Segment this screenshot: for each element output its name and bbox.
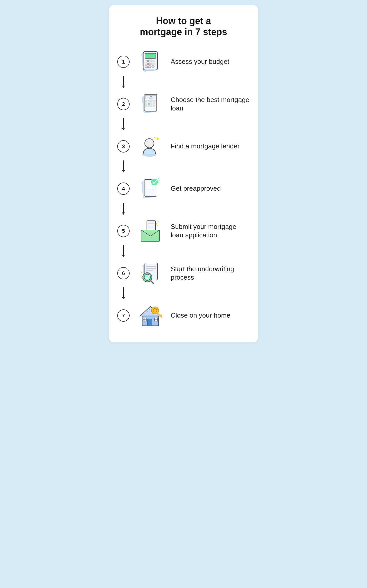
svg-rect-22	[153, 101, 155, 103]
connector-left-1	[117, 76, 130, 88]
main-card: How to get a mortgage in 7 steps 1	[109, 5, 258, 342]
svg-rect-3	[145, 60, 148, 62]
step-row-4: 4	[117, 175, 250, 203]
svg-rect-5	[152, 60, 154, 62]
svg-line-63	[141, 272, 142, 273]
connector-6-7	[117, 287, 250, 301]
svg-point-33	[145, 139, 154, 148]
step-icon-magnify	[136, 260, 165, 286]
steps-container: 1	[117, 48, 250, 330]
connector-2-3	[117, 118, 250, 132]
svg-point-53	[157, 225, 158, 226]
svg-rect-2	[145, 53, 156, 58]
connector-left-3	[117, 160, 130, 173]
step-number-6: 6	[117, 267, 130, 279]
step-number-5: 5	[117, 225, 130, 237]
svg-rect-19	[145, 101, 147, 103]
connector-5-6	[117, 245, 250, 259]
svg-text:Years: Years	[149, 98, 152, 99]
svg-line-45	[159, 180, 160, 180]
svg-rect-9	[145, 66, 148, 68]
step-number-7: 7	[117, 309, 130, 322]
step-left-7: 7	[117, 309, 130, 322]
svg-rect-11	[152, 66, 154, 68]
step-label-2: Choose the best mortgage loan	[171, 96, 250, 113]
step-label-5: Submit your mortgage loan application	[171, 222, 250, 240]
step-label-3: Find a mortgage lender	[171, 142, 250, 151]
step-left-1: 1	[117, 56, 130, 68]
svg-rect-20	[148, 101, 150, 103]
step-number-2: 2	[117, 98, 130, 110]
svg-point-52	[158, 221, 159, 222]
svg-rect-7	[148, 63, 151, 65]
svg-text:✦: ✦	[153, 136, 156, 139]
step-left-6: 6	[117, 267, 130, 279]
step-label-7: Close on your home	[171, 311, 250, 320]
step-left-5: 5	[117, 225, 130, 237]
step-left-2: 2	[117, 98, 130, 110]
step-icon-house	[136, 303, 165, 328]
connector-1-2	[117, 76, 250, 90]
svg-text:✦: ✦	[156, 136, 160, 142]
step-icon-envelope	[136, 218, 165, 244]
svg-line-44	[158, 178, 159, 179]
step-number-3: 3	[117, 140, 130, 153]
connector-left-5	[117, 245, 130, 257]
step-row-7: 7	[117, 301, 250, 330]
connector-3-4	[117, 160, 250, 175]
svg-rect-24	[148, 103, 150, 105]
svg-rect-6	[145, 63, 148, 65]
svg-point-51	[156, 223, 157, 225]
step-row-3: 3 ✦ ✦ Find a mortgage lender	[117, 132, 250, 160]
connector-left-2	[117, 118, 130, 130]
connector-left-4	[117, 203, 130, 215]
connector-4-5	[117, 203, 250, 217]
step-left-4: 4	[117, 183, 130, 195]
step-row-6: 6	[117, 259, 250, 287]
step-label-1: Assess your budget	[171, 57, 250, 66]
step-icon-doc-check	[136, 176, 165, 201]
svg-rect-68	[147, 319, 152, 326]
step-row: 1	[117, 48, 250, 76]
svg-rect-10	[148, 66, 151, 68]
svg-line-65	[141, 277, 143, 278]
step-label-6: Start the underwriting process	[171, 265, 250, 282]
step-row-5: 5 S	[117, 217, 250, 245]
svg-rect-30	[153, 105, 155, 107]
step-label-4: Get preapproved	[171, 184, 250, 193]
svg-text:30: 30	[150, 96, 152, 98]
svg-rect-28	[148, 105, 150, 107]
svg-rect-4	[148, 60, 151, 62]
step-left-3: 3	[117, 140, 130, 153]
step-number-1: 1	[117, 56, 130, 68]
svg-rect-27	[145, 105, 147, 107]
connector-left-6	[117, 287, 130, 299]
svg-rect-26	[153, 103, 155, 105]
svg-rect-8	[152, 63, 154, 65]
svg-line-64	[140, 275, 142, 275]
step-icon-calculator	[136, 49, 165, 75]
svg-rect-29	[150, 105, 152, 107]
step-icon-mortgage: 30 Years	[136, 91, 165, 117]
svg-rect-23	[145, 103, 147, 105]
step-row-2: 2 30 Years	[117, 90, 250, 118]
svg-rect-25	[150, 103, 152, 105]
svg-line-62	[150, 280, 153, 283]
step-icon-person: ✦ ✦	[136, 134, 165, 159]
svg-rect-21	[150, 101, 152, 103]
svg-point-43	[151, 178, 158, 186]
page-title: How to get a mortgage in 7 steps	[117, 15, 250, 37]
step-number-4: 4	[117, 183, 130, 195]
